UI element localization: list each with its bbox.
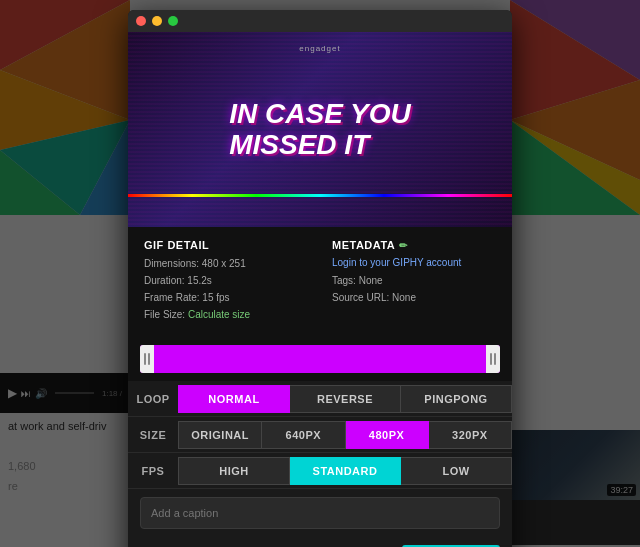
edit-icon[interactable]: ✏ — [399, 240, 408, 251]
line3 — [490, 353, 492, 365]
source-row: Source URL: None — [332, 291, 496, 305]
loop-reverse-button[interactable]: REVERSE — [290, 385, 401, 413]
trim-section — [128, 337, 512, 381]
calculate-size-link[interactable]: Calculate size — [188, 309, 250, 320]
metadata-section: METADATA ✏ Login to your GIPHY account T… — [332, 239, 496, 325]
loop-normal-button[interactable]: NORMAL — [178, 385, 290, 413]
video-preview: engadget IN CASE YOU MISSED IT ⏸ ⏭ 🔊 1:1… — [128, 32, 512, 227]
size-btn-group: ORIGINAL 640PX 480PX 320PX — [178, 421, 512, 449]
fps-high-button[interactable]: HIGH — [178, 457, 290, 485]
title-bar — [128, 10, 512, 32]
loop-label: LOOP — [128, 393, 178, 405]
file-size-row: File Size: Calculate size — [144, 308, 308, 322]
giphy-login-link[interactable]: Login to your GIPHY account — [332, 257, 496, 268]
size-640-button[interactable]: 640PX — [262, 421, 345, 449]
fps-standard-button[interactable]: STANDARD — [290, 457, 401, 485]
trim-handle-left[interactable] — [140, 345, 154, 373]
trim-track[interactable] — [140, 345, 500, 373]
maximize-button[interactable] — [168, 16, 178, 26]
fps-low-button[interactable]: LOW — [401, 457, 512, 485]
close-button[interactable] — [136, 16, 146, 26]
loop-pingpong-button[interactable]: PINGPONG — [401, 385, 512, 413]
metadata-header: METADATA ✏ — [332, 239, 496, 251]
engadget-logo: engadget — [299, 44, 340, 53]
dimensions-row: Dimensions: 480 x 251 — [144, 257, 308, 271]
trim-handle-right[interactable] — [486, 345, 500, 373]
controls-section: LOOP NORMAL REVERSE PINGPONG SIZE ORIGIN… — [128, 381, 512, 489]
caption-input[interactable] — [140, 497, 500, 529]
fps-row: FPS HIGH STANDARD LOW — [128, 453, 512, 489]
gif-detail-header: GIF DETAIL — [144, 239, 308, 251]
video-title-line2: MISSED IT — [229, 130, 411, 161]
fps-btn-group: HIGH STANDARD LOW — [178, 457, 512, 485]
color-bar — [128, 194, 512, 197]
size-original-button[interactable]: ORIGINAL — [178, 421, 262, 449]
size-320-button[interactable]: 320PX — [429, 421, 512, 449]
handle-lines-right — [490, 353, 496, 365]
handle-lines-left — [144, 353, 150, 365]
info-section: GIF DETAIL Dimensions: 480 x 251 Duratio… — [128, 227, 512, 337]
video-title: IN CASE YOU MISSED IT — [229, 99, 411, 161]
done-section: DONE — [128, 537, 512, 547]
modal-window: engadget IN CASE YOU MISSED IT ⏸ ⏭ 🔊 1:1… — [128, 10, 512, 547]
frame-rate-row: Frame Rate: 15 fps — [144, 291, 308, 305]
tags-row: Tags: None — [332, 274, 496, 288]
line1 — [144, 353, 146, 365]
size-label: SIZE — [128, 429, 178, 441]
video-content: engadget IN CASE YOU MISSED IT — [128, 32, 512, 227]
video-title-line1: IN CASE YOU — [229, 99, 411, 130]
size-480-button[interactable]: 480PX — [346, 421, 429, 449]
line4 — [494, 353, 496, 365]
loop-row: LOOP NORMAL REVERSE PINGPONG — [128, 381, 512, 417]
duration-row: Duration: 15.2s — [144, 274, 308, 288]
gif-detail: GIF DETAIL Dimensions: 480 x 251 Duratio… — [144, 239, 308, 325]
size-row: SIZE ORIGINAL 640PX 480PX 320PX — [128, 417, 512, 453]
minimize-button[interactable] — [152, 16, 162, 26]
fps-label: FPS — [128, 465, 178, 477]
line2 — [148, 353, 150, 365]
caption-section — [128, 489, 512, 537]
loop-btn-group: NORMAL REVERSE PINGPONG — [178, 385, 512, 413]
